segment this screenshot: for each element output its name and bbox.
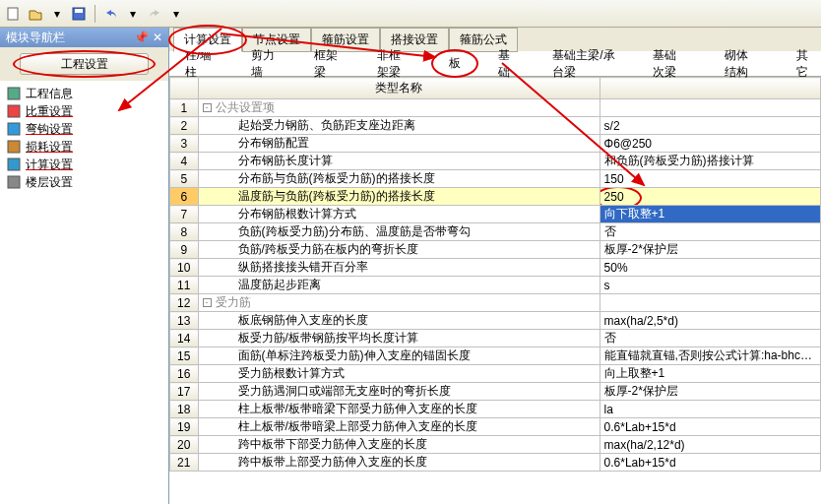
redo-icon[interactable] — [145, 4, 164, 24]
loss-icon — [6, 139, 22, 155]
row-value[interactable]: 否 — [600, 223, 820, 241]
row-value[interactable]: 0.6*Lab+15*d — [600, 454, 820, 472]
row-num: 2 — [170, 117, 199, 135]
table-row[interactable]: 9负筋/跨板受力筋在板内的弯折长度板厚-2*保护层 — [170, 241, 821, 259]
row-num: 8 — [170, 223, 199, 241]
tree-item-1[interactable]: 比重设置 — [6, 102, 162, 120]
row-value[interactable]: la — [600, 401, 820, 418]
subtab-7[interactable]: 基础次梁 — [645, 45, 695, 83]
subtab-6[interactable]: 基础主梁/承台梁 — [544, 45, 623, 83]
undo-icon[interactable] — [101, 4, 121, 24]
save-icon[interactable] — [69, 4, 89, 24]
row-name: 面筋(单标注跨板受力筋)伸入支座的锚固长度 — [198, 347, 600, 365]
close-icon[interactable]: ✕ — [153, 31, 162, 44]
row-name: 分布钢筋根数计算方式 — [198, 206, 600, 223]
row-value[interactable]: 向上取整+1 — [600, 365, 820, 383]
subtab-5[interactable]: 基础 — [490, 45, 523, 83]
sub-tabs: 柱/墙柱剪力墙框架梁非框架梁板基础基础主梁/承台梁基础次梁砌体结构其它 — [169, 51, 821, 77]
row-value[interactable]: 板厚-2*保护层 — [600, 383, 820, 401]
table-row[interactable]: 13板底钢筋伸入支座的长度max(ha/2,5*d) — [170, 312, 821, 330]
table-row[interactable]: 11温度筋起步距离s — [170, 277, 821, 294]
row-value[interactable]: max(ha/2,5*d) — [600, 312, 820, 330]
row-name: 负筋(跨板受力筋)分布筋、温度筋是否带弯勾 — [198, 223, 600, 241]
table-row[interactable]: 7分布钢筋根数计算方式向下取整+1 — [170, 206, 821, 223]
row-num: 19 — [170, 418, 199, 436]
row-value[interactable] — [600, 294, 820, 312]
nav-button-project-settings[interactable]: 工程设置 — [20, 53, 149, 75]
table-row[interactable]: 21跨中板带上部受力筋伸入支座的长度0.6*Lab+15*d — [170, 454, 821, 472]
svg-rect-3 — [8, 88, 20, 99]
subtab-3[interactable]: 非框架梁 — [369, 45, 419, 83]
tree-label: 工程信息 — [26, 86, 73, 102]
table-row[interactable]: 19柱上板带/板带暗梁上部受力筋伸入支座的长度0.6*Lab+15*d — [170, 418, 821, 436]
table-row[interactable]: 15面筋(单标注跨板受力筋)伸入支座的锚固长度能直锚就直锚,否则按公式计算:ha… — [170, 347, 821, 365]
table-row[interactable]: 10纵筋搭接接头错开百分率50% — [170, 259, 821, 277]
chevron-down-icon[interactable]: ▾ — [166, 4, 186, 24]
main-toolbar: ▾ ▾ ▾ — [0, 0, 821, 28]
row-value[interactable]: 否 — [600, 330, 820, 347]
chevron-down-icon[interactable]: ▾ — [123, 4, 143, 24]
table-row[interactable]: 8负筋(跨板受力筋)分布筋、温度筋是否带弯勾否 — [170, 223, 821, 241]
row-value[interactable]: Φ6@250 — [600, 135, 820, 153]
row-num: 13 — [170, 312, 199, 330]
tree-item-3[interactable]: 损耗设置 — [6, 138, 162, 156]
row-name: 跨中板带下部受力筋伸入支座的长度 — [198, 436, 600, 454]
table-row[interactable]: 5分布筋与负筋(跨板受力筋)的搭接长度150 — [170, 170, 821, 188]
pin-icon[interactable]: 📌 — [134, 31, 149, 44]
row-value[interactable]: 250 — [600, 188, 820, 206]
row-value[interactable]: s — [600, 277, 820, 294]
table-row[interactable]: 3分布钢筋配置Φ6@250 — [170, 135, 821, 153]
tab-0[interactable]: 计算设置 — [173, 28, 242, 52]
subtab-9[interactable]: 其它 — [789, 45, 821, 83]
row-num: 4 — [170, 153, 199, 170]
tree-item-4[interactable]: 计算设置 — [6, 156, 162, 173]
row-value[interactable]: 向下取整+1 — [600, 206, 820, 223]
row-value[interactable]: 0.6*Lab+15*d — [600, 418, 820, 436]
tree-label: 计算设置 — [26, 157, 73, 173]
open-icon[interactable] — [26, 4, 45, 24]
row-name: 受力筋遇洞口或端部无支座时的弯折长度 — [198, 383, 600, 401]
subtab-4[interactable]: 板 — [441, 53, 469, 74]
row-num: 11 — [170, 277, 199, 294]
nav-header: 模块导航栏 📌 ✕ — [0, 28, 168, 47]
table-row[interactable]: 16受力筋根数计算方式向上取整+1 — [170, 365, 821, 383]
table-row[interactable]: 4分布钢筋长度计算和负筋(跨板受力筋)搭接计算 — [170, 153, 821, 170]
table-row[interactable]: 17受力筋遇洞口或端部无支座时的弯折长度板厚-2*保护层 — [170, 383, 821, 401]
row-value[interactable]: 能直锚就直锚,否则按公式计算:ha-bhc+15*d — [600, 347, 820, 365]
collapse-icon[interactable]: - — [203, 103, 212, 112]
tree-label: 弯钩设置 — [26, 121, 73, 138]
row-value[interactable]: s/2 — [600, 117, 820, 135]
table-row[interactable]: 6温度筋与负筋(跨板受力筋)的搭接长度250 — [170, 188, 821, 206]
floor-icon — [6, 174, 22, 190]
row-num: 12 — [170, 294, 199, 312]
row-value[interactable] — [600, 99, 820, 117]
tree-item-5[interactable]: 楼层设置 — [6, 173, 162, 191]
svg-rect-2 — [75, 9, 83, 13]
subtab-8[interactable]: 砌体结构 — [717, 45, 767, 83]
row-num: 9 — [170, 241, 199, 259]
row-name: 板受力筋/板带钢筋按平均长度计算 — [198, 330, 600, 347]
row-name: 板底钢筋伸入支座的长度 — [198, 312, 600, 330]
tree-item-2[interactable]: 弯钩设置 — [6, 120, 162, 138]
collapse-icon[interactable]: - — [203, 298, 212, 307]
row-value[interactable]: max(ha/2,12*d) — [600, 436, 820, 454]
row-value[interactable]: 150 — [600, 170, 820, 188]
tree-item-0[interactable]: 工程信息 — [6, 85, 162, 102]
table-row[interactable]: 20跨中板带下部受力筋伸入支座的长度max(ha/2,12*d) — [170, 436, 821, 454]
row-value[interactable]: 和负筋(跨板受力筋)搭接计算 — [600, 153, 820, 170]
row-value[interactable]: 板厚-2*保护层 — [600, 241, 820, 259]
row-name: 纵筋搭接接头错开百分率 — [198, 259, 600, 277]
table-row[interactable]: 2起始受力钢筋、负筋距支座边距离s/2 — [170, 117, 821, 135]
subtab-2[interactable]: 框架梁 — [306, 45, 347, 83]
subtab-1[interactable]: 剪力墙 — [243, 45, 284, 83]
table-row[interactable]: 12-受力筋 — [170, 294, 821, 312]
new-icon[interactable] — [4, 4, 24, 24]
table-row[interactable]: 14板受力筋/板带钢筋按平均长度计算否 — [170, 330, 821, 347]
table-row[interactable]: 1-公共设置项 — [170, 99, 821, 117]
row-value[interactable]: 50% — [600, 259, 820, 277]
tree-label: 比重设置 — [26, 103, 73, 120]
table-row[interactable]: 18柱上板带/板带暗梁下部受力筋伸入支座的长度la — [170, 401, 821, 418]
nav-panel: 模块导航栏 📌 ✕ 工程设置 工程信息比重设置弯钩设置损耗设置计算设置楼层设置 — [0, 28, 169, 504]
chevron-down-icon[interactable]: ▾ — [47, 4, 67, 24]
toolbar-sep — [95, 5, 95, 23]
